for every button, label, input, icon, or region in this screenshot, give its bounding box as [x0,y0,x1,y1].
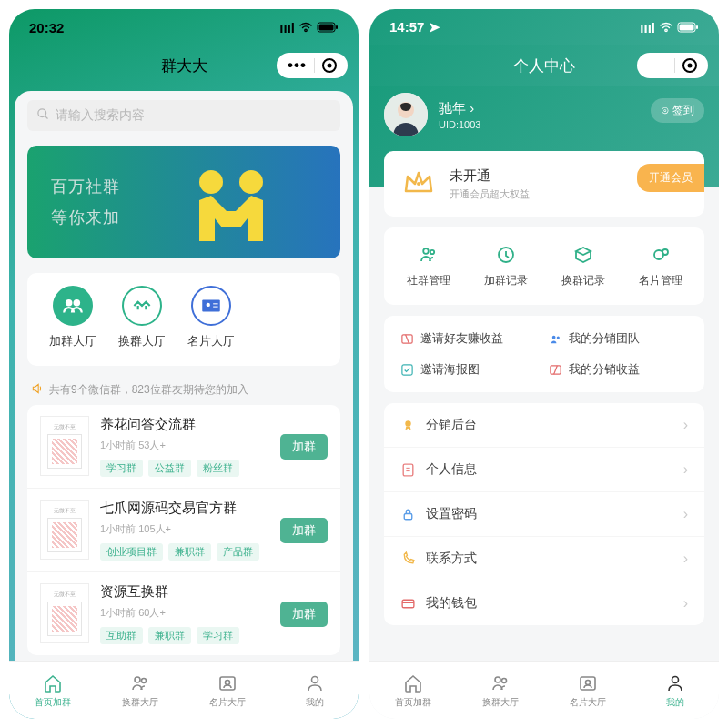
coin-icon: ⊙ [661,104,670,116]
row-distribution[interactable]: 分销后台› [384,403,704,448]
qr-thumbnail: 无微不至 [40,416,89,476]
svg-point-30 [552,335,556,339]
tab-home[interactable]: 首页加群 [9,662,96,719]
link-poster[interactable]: 邀请海报图 [400,361,540,378]
chevron-right-icon: › [683,417,688,433]
tabbar: 首页加群 换群大厅 名片大厅 我的 [369,661,719,719]
medal-icon [400,418,416,433]
category-row: 加群大厅 换群大厅 名片大厅 [27,273,340,366]
miniprogram-capsule[interactable]: ••• [277,53,348,78]
group-item[interactable]: 无微不至 资源互换群 1小时前 60人+ 互助群 兼职群 学习群 加群 [27,572,340,655]
tab-namecard[interactable]: 名片大厅 [544,662,632,719]
svg-point-34 [405,420,410,426]
speaker-icon [31,382,44,398]
tab-home[interactable]: 首页加群 [369,662,457,719]
service-community[interactable]: 社群管理 [389,244,467,288]
svg-rect-38 [404,513,412,519]
link-team[interactable]: 我的分销团队 [549,330,688,347]
more-icon[interactable]: ••• [648,56,667,75]
search-placeholder: 请输入搜索内容 [56,107,145,124]
notice-bar: 共有9个微信群，823位群友期待您的加入 [15,375,353,405]
svg-point-23 [417,182,420,186]
tabbar: 首页加群 换群大厅 名片大厅 我的 [9,661,359,719]
svg-point-44 [586,680,591,684]
svg-point-45 [672,676,679,682]
tab-mine[interactable]: 我的 [271,662,359,719]
link-invite-earn[interactable]: 邀请好友赚收益 [400,330,540,347]
svg-rect-2 [336,25,338,29]
category-exchange[interactable]: 换群大厅 [118,286,166,349]
banner[interactable]: 百万社群 等你来加 [27,146,340,258]
row-password[interactable]: 设置密码› [384,492,704,537]
wifi-icon [659,20,673,35]
tab-exchange[interactable]: 换群大厅 [96,662,184,719]
avatar[interactable] [384,93,428,136]
group-item[interactable]: 无微不至 养花问答交流群 1小时前 53人+ 学习群 公益群 粉丝群 加群 [27,405,340,489]
open-vip-button[interactable]: 开通会员 [637,164,704,192]
row-wallet[interactable]: 我的钱包› [384,581,704,625]
svg-rect-15 [220,677,235,690]
services-card: 社群管理 加群记录 换群记录 名片管理 [384,228,704,305]
tab-namecard[interactable]: 名片大厅 [184,662,271,719]
svg-rect-35 [403,464,413,476]
service-namecard[interactable]: 名片管理 [622,244,699,288]
svg-rect-1 [319,24,334,30]
svg-point-3 [38,109,46,117]
qr-thumbnail: 无微不至 [40,583,89,643]
category-namecard[interactable]: 名片大厅 [187,286,235,349]
banner-text: 百万社群 等你来加 [51,171,120,233]
category-add-group[interactable]: 加群大厅 [49,286,96,349]
screen-profile: 14:57 ➤ ıııl 个人中心 ••• 驰年 › UID:1003 ⊙ 签到… [369,9,719,719]
svg-point-16 [226,680,230,684]
divider [314,58,315,73]
battery-icon [317,20,339,35]
header: 个人中心 ••• [369,46,719,86]
close-target-icon[interactable] [682,58,697,73]
search-input[interactable]: 请输入搜索内容 [27,100,340,131]
join-button[interactable]: 加群 [280,518,328,543]
status-bar: 14:57 ➤ ıııl [369,9,719,46]
group-icon [53,286,93,326]
form-icon [400,462,416,478]
checkin-button[interactable]: ⊙ 签到 [651,98,704,123]
service-exchange-record[interactable]: 换群记录 [544,244,622,288]
row-profile[interactable]: 个人信息› [384,448,704,492]
lock-icon [400,507,416,522]
share-icon [400,332,414,346]
close-target-icon[interactable] [322,58,337,73]
settings-list: 分销后台› 个人信息› 设置密码› 联系方式› 我的钱包› [384,403,704,625]
svg-point-17 [312,676,318,682]
group-item[interactable]: 无微不至 七爪网源码交易官方群 1小时前 105人+ 创业项目群 兼职群 产品群… [27,489,340,572]
screen-home: 20:32 ıııl 群大大 ••• 请输入搜索内容 百万社群 [9,9,359,719]
miniprogram-capsule[interactable]: ••• [637,53,708,78]
svg-rect-39 [402,600,414,608]
svg-point-42 [502,678,507,682]
page-title: 群大大 [161,56,207,76]
join-button[interactable]: 加群 [280,434,328,460]
header: 群大大 ••• [9,46,359,86]
join-button[interactable]: 加群 [280,602,328,627]
user-info[interactable]: 驰年 › UID:1003 [439,100,480,130]
tab-exchange[interactable]: 换群大厅 [457,662,544,719]
service-join-record[interactable]: 加群记录 [467,244,544,288]
location-icon: ➤ [429,19,440,35]
vip-card[interactable]: 未开通 开通会员超大权益 开通会员 [384,151,704,217]
row-contact[interactable]: 联系方式› [384,537,704,581]
content: 请输入搜索内容 百万社群 等你来加 加群大厅 换群大厅 名片大厅 [15,91,353,661]
status-icons: ıııl [640,20,699,35]
status-icons: ıııl [279,20,339,35]
svg-point-31 [557,336,560,339]
search-icon [36,107,50,124]
link-earnings[interactable]: 我的分销收益 [549,361,688,378]
wallet-icon [549,363,562,377]
svg-point-5 [199,170,223,194]
signal-icon: ıııl [640,20,655,35]
more-icon[interactable]: ••• [288,56,307,75]
status-time: 14:57 [389,19,424,35]
chevron-right-icon: › [683,551,688,567]
svg-point-8 [74,299,81,307]
status-time: 20:32 [29,20,64,35]
tab-mine[interactable]: 我的 [632,662,719,719]
chevron-right-icon: › [683,595,688,612]
handshake-icon [177,164,286,249]
